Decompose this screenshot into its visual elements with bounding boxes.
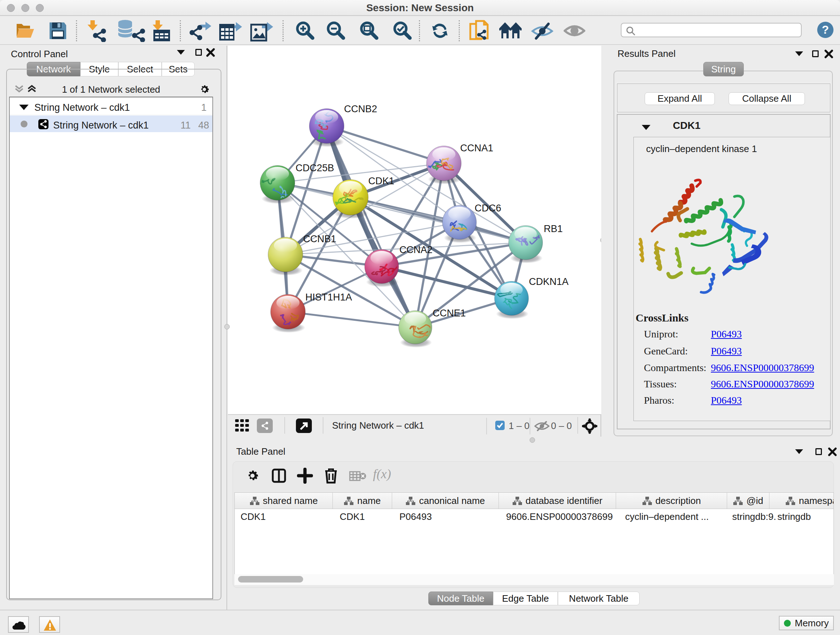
svg-text:CDKN1A: CDKN1A [529, 276, 569, 287]
svg-text:CDK1: CDK1 [368, 176, 394, 187]
svg-text:RB1: RB1 [544, 223, 563, 234]
svg-text:CCNA2: CCNA2 [399, 244, 433, 255]
svg-text:HIST1H1A: HIST1H1A [305, 292, 352, 302]
svg-text:CDC6: CDC6 [475, 203, 501, 214]
svg-text:CCNA1: CCNA1 [460, 143, 493, 154]
svg-text:CCNB1: CCNB1 [303, 233, 336, 244]
svg-text:CDC25B: CDC25B [295, 163, 334, 173]
svg-text:CCNE1: CCNE1 [433, 308, 466, 318]
svg-text:CCNB2: CCNB2 [344, 103, 377, 114]
